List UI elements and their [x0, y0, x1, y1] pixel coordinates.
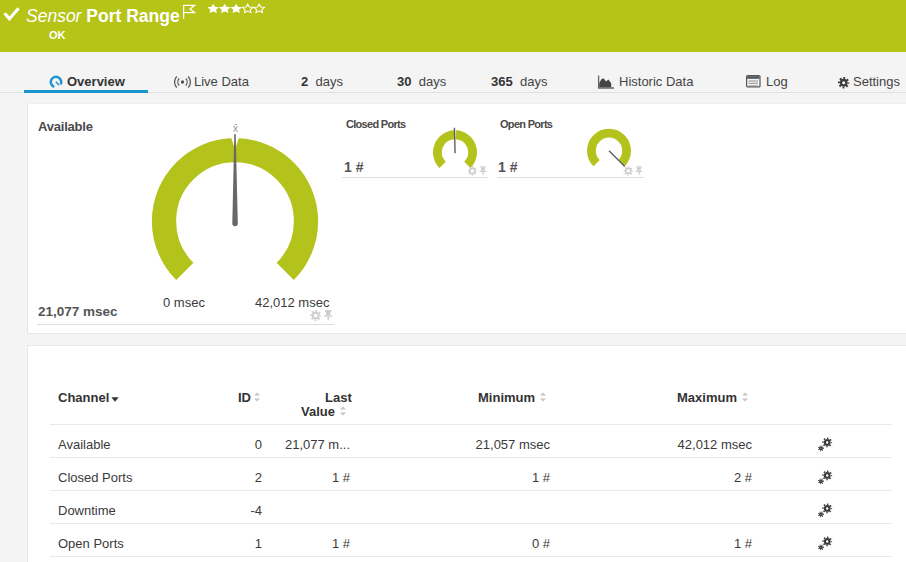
svg-text:x̄: x̄ [233, 123, 238, 134]
